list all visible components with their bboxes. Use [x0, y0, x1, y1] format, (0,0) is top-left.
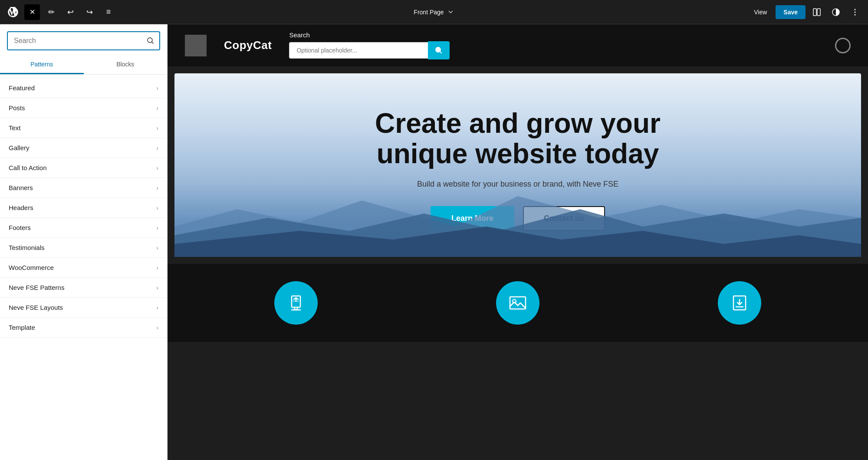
view-button[interactable]: View	[749, 6, 772, 18]
header-circle-icon	[835, 38, 851, 53]
sidebar-item-posts[interactable]: Posts›	[0, 98, 167, 118]
svg-rect-1	[813, 9, 816, 16]
redo-button[interactable]: ↪	[82, 4, 97, 20]
tabs-row: Patterns Blocks	[0, 56, 167, 75]
icon-circle-download	[718, 281, 761, 325]
sidebar-icon	[812, 8, 821, 16]
close-button[interactable]: ✕	[24, 4, 40, 20]
search-icon	[147, 37, 155, 45]
sidebar-item-neve-fse-patterns[interactable]: Neve FSE Patterns›	[0, 278, 167, 298]
chevron-right-icon: ›	[156, 125, 158, 131]
search-input[interactable]	[8, 33, 142, 49]
mountains-decoration	[174, 187, 861, 257]
contrast-icon	[832, 8, 840, 16]
search-submit-button[interactable]	[142, 32, 159, 49]
sidebar-item-woocommerce[interactable]: WooCommerce›	[0, 258, 167, 278]
site-header: CopyCat Search	[168, 24, 868, 66]
header-right	[835, 38, 851, 53]
search-area	[0, 24, 167, 50]
save-button[interactable]: Save	[776, 5, 806, 19]
sidebar-item-featured[interactable]: Featured›	[0, 78, 167, 98]
chevron-right-icon: ›	[156, 244, 158, 251]
more-icon	[851, 8, 859, 16]
left-sidebar: Patterns Blocks Featured›Posts›Text›Gall…	[0, 24, 168, 460]
power-icon	[286, 292, 306, 313]
svg-point-4	[855, 9, 856, 10]
page-title-area: Front Page	[414, 9, 454, 16]
sidebar-item-neve-fse-layouts[interactable]: Neve FSE Layouts›	[0, 298, 167, 318]
header-search-submit-button[interactable]	[428, 41, 450, 59]
sidebar-item-text[interactable]: Text›	[0, 118, 167, 138]
icon-circle-image	[496, 281, 539, 325]
page-title: Front Page	[414, 9, 444, 16]
sidebar-toggle-button[interactable]	[809, 4, 825, 20]
svg-rect-14	[510, 297, 526, 309]
toolbar: ✕ ✏ ↩ ↪ ≡ Front Page View Save	[0, 0, 868, 24]
chevron-right-icon: ›	[156, 304, 158, 311]
main-layout: Patterns Blocks Featured›Posts›Text›Gall…	[0, 24, 868, 460]
chevron-right-icon: ›	[156, 105, 158, 112]
undo-button[interactable]: ↩	[62, 4, 78, 20]
svg-point-5	[855, 11, 856, 13]
sidebar-item-template[interactable]: Template›	[0, 318, 167, 338]
chevron-right-icon: ›	[156, 145, 158, 151]
hero-title: Create and grow your unique website toda…	[344, 108, 691, 169]
download-icon	[729, 292, 750, 313]
header-search-input[interactable]	[289, 42, 428, 59]
svg-rect-2	[817, 9, 820, 16]
search-icon	[435, 46, 443, 54]
hero-section: Create and grow your unique website toda…	[174, 73, 861, 257]
toolbar-right: View Save	[749, 4, 863, 20]
chevron-right-icon: ›	[156, 324, 158, 331]
chevron-right-icon: ›	[156, 284, 158, 291]
tab-patterns[interactable]: Patterns	[0, 56, 84, 74]
patterns-list: Featured›Posts›Text›Gallery›Call to Acti…	[0, 75, 167, 460]
content-area: CopyCat Search Create an	[168, 24, 868, 460]
header-search-input-wrap	[289, 41, 450, 59]
chevron-right-icon: ›	[156, 184, 158, 191]
contrast-button[interactable]	[828, 4, 844, 20]
icon-circle-power	[274, 281, 318, 325]
chevron-right-icon: ›	[156, 85, 158, 92]
sidebar-item-call-to-action[interactable]: Call to Action›	[0, 158, 167, 178]
sidebar-item-headers[interactable]: Headers›	[0, 198, 167, 218]
header-search-label: Search	[289, 31, 450, 39]
sidebar-item-banners[interactable]: Banners›	[0, 178, 167, 198]
sidebar-item-footers[interactable]: Footers›	[0, 218, 167, 238]
chevron-right-icon: ›	[156, 204, 158, 211]
chevron-right-icon: ›	[156, 264, 158, 271]
more-options-button[interactable]	[847, 4, 863, 20]
image-icon	[507, 292, 528, 313]
site-name: CopyCat	[224, 39, 272, 52]
pencil-button[interactable]: ✏	[43, 4, 59, 20]
chevron-down-icon	[447, 9, 454, 16]
sidebar-item-testimonials[interactable]: Testimonials›	[0, 238, 167, 258]
tab-blocks[interactable]: Blocks	[84, 56, 168, 74]
svg-point-6	[855, 14, 856, 15]
header-search-area: Search	[289, 31, 450, 59]
sidebar-item-gallery[interactable]: Gallery›	[0, 138, 167, 158]
search-input-wrap	[7, 31, 160, 50]
chevron-right-icon: ›	[156, 164, 158, 171]
wp-logo[interactable]	[5, 4, 21, 20]
bottom-section	[168, 264, 868, 342]
chevron-right-icon: ›	[156, 224, 158, 231]
list-view-button[interactable]: ≡	[101, 4, 116, 20]
site-logo	[185, 35, 207, 56]
